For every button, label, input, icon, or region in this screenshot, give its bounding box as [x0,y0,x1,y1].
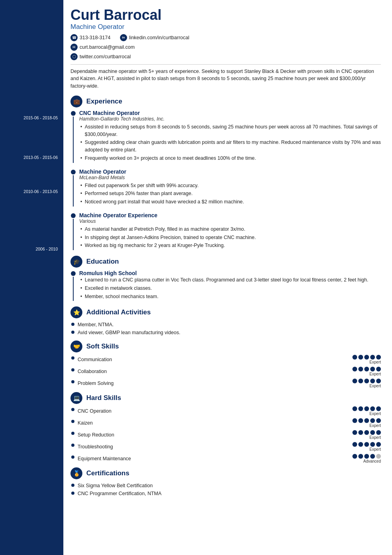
experience-section: 💼 Experience CNC Machine Operator Hamilt… [70,96,381,250]
hard-skill-5: Equipment Maintenance Advanced [70,454,381,463]
twitter-icon: ◯ [70,53,78,60]
edu-bullet-1-3: Member, school mechanics team. [79,293,381,300]
linkedin-contact: in linkedin.com/in/curtbarrocal [120,34,189,41]
dot-col-3 [70,212,76,250]
summary-text: Dependable machine operator with 5+ year… [70,68,381,90]
job-body-1: CNC Machine Operator Hamilton-Gallardo T… [79,110,381,163]
certifications-section: 🏅 Certifications Six Sigma Yellow Belt C… [70,467,381,498]
soft-skill-dots-2 [352,367,381,371]
bullet-1-1: Assisted in reducing setups from 8 secon… [79,123,381,138]
hard-skill-rating-3: Expert [352,430,381,440]
summary-section: Dependable machine operator with 5+ year… [70,64,381,90]
sidebar: 2015-06 - 2018-05 2013-05 - 2015-06 2010… [0,0,63,555]
soft-skill-rating-1: Expert [352,355,381,364]
timeline-line-3 [73,219,74,250]
hard-skill-name-1: CNC Operation [78,408,111,414]
soft-skills-list: Communication Expert Collaboration [70,355,381,388]
bullet-2-1: Filled out paperwork 5x per shift with 9… [79,182,381,189]
edu-bullet-1-1: Learned to run a CNC plasma cutter in Vo… [79,276,381,284]
additional-section: ⭐ Additional Activities Member, NTMA. Av… [70,306,381,337]
hard-skill-level-3: Expert [369,435,381,440]
twitter-text: twitter.com/curtbarrocal [80,54,131,59]
contact-row-1: ☎ 313-318-3174 in linkedin.com/in/curtba… [70,34,381,41]
hard-skill-rating-1: Expert [352,406,381,416]
soft-skill-rating-2: Expert [352,367,381,376]
edu-bullets-1: Learned to run a CNC plasma cutter in Vo… [79,276,381,300]
dot-col-1 [70,110,76,163]
job-title-2: Machine Operator [79,168,381,175]
cert-item-1: Six Sigma Yellow Belt Certification [70,482,381,490]
hard-skills-icon: 💻 [70,392,82,404]
education-icon: 🎓 [70,256,82,268]
timeline-line-2 [73,175,74,207]
date-job1: 2015-06 - 2018-05 [0,115,63,121]
job-company-3: Various [79,218,381,224]
certifications-list: Six Sigma Yellow Belt Certification CNC … [70,482,381,498]
job-title: Machine Operator [70,23,381,31]
hard-skill-name-3: Setup Reduction [78,432,114,438]
email-contact: ✉ curt.barrocal@gmail.com [70,44,135,51]
soft-skill-name-3: Problem Solving [78,381,114,386]
bullet-3-3: Worked as big rig mechanic for 2 years a… [79,242,381,249]
edu-dot-1 [71,271,76,276]
cert-item-2: CNC Programmer Certification, NTMA [70,490,381,498]
contact-row-3: ◯ twitter.com/curtbarrocal [70,53,381,60]
hard-skills-header: 💻 Hard Skills [70,392,381,404]
edu-item-1: Romulus High School Learned to run a CNC… [70,270,381,301]
job-company-2: McLean-Bard Metals [79,175,381,180]
soft-skills-header: 🤝 Soft Skills [70,341,381,352]
job-body-2: Machine Operator McLean-Bard Metals Fill… [79,168,381,207]
resume-wrapper: 2015-06 - 2018-05 2013-05 - 2015-06 2010… [0,0,392,555]
job-title-3: Machine Operator Experience [79,212,381,218]
experience-title: Experience [86,98,122,105]
soft-skills-title: Soft Skills [86,343,119,350]
job-item-1: CNC Machine Operator Hamilton-Gallardo T… [70,110,381,163]
soft-skill-name-2: Collaboration [78,369,107,374]
education-timeline: Romulus High School Learned to run a CNC… [70,270,381,301]
hard-skill-rating-5: Advanced [352,454,381,463]
twitter-contact: ◯ twitter.com/curtbarrocal [70,53,131,60]
soft-skill-2: Collaboration Expert [70,367,381,376]
additional-icon: ⭐ [70,306,82,318]
phone-contact: ☎ 313-318-3174 [70,34,110,41]
dot-col-2 [70,168,76,207]
hard-skill-level-2: Expert [369,423,381,428]
phone-text: 313-318-3174 [80,35,110,40]
hard-skill-name-5: Equipment Maintenance [78,456,131,461]
soft-skill-level-3: Expert [369,384,381,388]
soft-skill-level-2: Expert [369,372,381,376]
job-bullets-1: Assisted in reducing setups from 8 secon… [79,123,381,162]
additional-list: Member, NTMA. Avid viewer, GBMP lean man… [70,321,381,337]
linkedin-icon: in [120,34,127,41]
timeline-dot-3 [71,213,76,218]
soft-skill-name-1: Communication [78,357,112,362]
email-icon: ✉ [70,44,78,51]
hard-skill-3: Setup Reduction Expert [70,430,381,440]
date-job2: 2013-05 - 2015-06 [0,155,63,161]
hard-skills-title: Hard Skills [86,394,121,402]
timeline-dot-1 [71,111,76,116]
job-title-1: CNC Machine Operator [79,110,381,116]
bullet-2-3: Noticed wrong part install that would ha… [79,198,381,206]
additional-item-2: Avid viewer, GBMP lean manufacturing vid… [70,329,381,337]
experience-header: 💼 Experience [70,96,381,107]
name-section: Curt Barrocal Machine Operator [70,7,381,31]
edu-dot-col-1 [70,270,76,301]
certifications-title: Certifications [86,469,129,477]
soft-skills-icon: 🤝 [70,341,82,352]
experience-icon: 💼 [70,96,82,107]
bullet-2-2: Performed setups 20% faster than plant a… [79,190,381,197]
hard-skill-4: Troubleshooting Expert [70,442,381,452]
contact-section: ☎ 313-318-3174 in linkedin.com/in/curtba… [70,34,381,60]
soft-skill-rating-3: Expert [352,379,381,388]
bullet-1-3: Frequently worked on 3+ projects at once… [79,155,381,162]
email-text: curt.barrocal@gmail.com [80,44,135,50]
hard-skill-rating-2: Expert [352,418,381,428]
job-item-3: Machine Operator Experience Various As m… [70,212,381,250]
hard-skills-list: CNC Operation Expert Kaizen [70,406,381,463]
soft-skill-dots-1 [352,355,381,360]
soft-skill-3: Problem Solving Expert [70,379,381,388]
certifications-header: 🏅 Certifications [70,467,381,479]
hard-skill-rating-4: Expert [352,442,381,452]
date-edu1: 2006 - 2010 [0,246,63,252]
